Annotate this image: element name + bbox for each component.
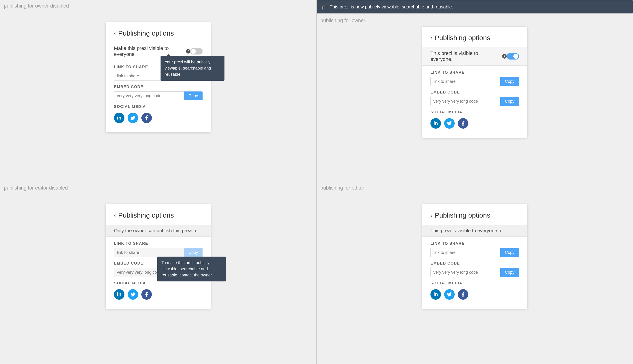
facebook-icon-tl[interactable] xyxy=(141,113,152,123)
toggle-row-top-right: This prezi is visible to everyone. i xyxy=(422,47,527,66)
panel-wrapper-top-left: ‹ Publishing options Make this prezi vis… xyxy=(4,4,313,182)
link-input-tr[interactable] xyxy=(431,77,500,86)
copy-link-btn-tr[interactable]: Copy xyxy=(500,77,519,86)
tooltip-top-left: Your prezi will be publicly viewable, se… xyxy=(160,56,225,81)
back-arrow-bottom-left[interactable]: ‹ xyxy=(114,212,116,219)
tooltip-bottom-left: To make this prezi publicly viewable, se… xyxy=(157,256,226,282)
copy-link-btn-br[interactable]: Copy xyxy=(500,248,519,257)
link-section-label-br: LINK TO SHARE xyxy=(431,241,519,246)
embed-input-row-tr: Copy xyxy=(431,97,519,106)
social-section-label-bl: SOCIAL MEDIA xyxy=(114,281,202,286)
linkedin-icon-br[interactable]: in xyxy=(431,289,441,300)
toggle-knob-top-left xyxy=(191,49,196,54)
flag-icon: 🏴 xyxy=(321,4,327,10)
only-owner-text: Only the owner can publish this prezi. i xyxy=(114,228,202,233)
copy-embed-btn-tr[interactable]: Copy xyxy=(500,97,519,106)
back-arrow-top-left[interactable]: ‹ xyxy=(114,30,116,37)
embed-input-tl[interactable] xyxy=(114,92,184,100)
facebook-icon-bl[interactable] xyxy=(141,289,152,300)
social-icons-br: in xyxy=(431,289,519,300)
panel-wrapper-top-right: ‹ Publishing options This prezi is visib… xyxy=(320,4,629,182)
quadrant-label-top-right: publishing for owner xyxy=(320,18,365,24)
social-section-label-tr: SOCIAL MEDIA xyxy=(431,110,519,114)
toggle-label-top-left: Make this prezi visible to everyone i xyxy=(114,46,190,57)
panel-wrapper-bottom-right: ‹ Publishing options This prezi is visib… xyxy=(320,186,629,364)
link-section-label-tr: LINK TO SHARE xyxy=(431,70,519,75)
back-arrow-top-right[interactable]: ‹ xyxy=(431,34,433,42)
quadrant-bottom-right: publishing for editor ‹ Publishing optio… xyxy=(316,182,633,364)
info-icon-bottom-right[interactable]: i xyxy=(500,228,501,233)
embed-section-label-tl: EMBED CODE xyxy=(114,84,202,89)
editor-visible-row: This prezi is visible to everyone. i xyxy=(422,225,527,237)
panel-bottom-left: ‹ Publishing options Only the owner can … xyxy=(106,204,211,309)
linkedin-icon-tl[interactable]: in xyxy=(114,113,124,123)
panel-top-right: ‹ Publishing options This prezi is visib… xyxy=(422,27,527,138)
toggle-switch-top-left[interactable] xyxy=(190,48,202,54)
panel-bottom-right: ‹ Publishing options This prezi is visib… xyxy=(422,204,527,309)
embed-input-br[interactable] xyxy=(431,268,500,277)
linkedin-icon-tr[interactable]: in xyxy=(431,118,441,129)
twitter-icon-br[interactable] xyxy=(444,289,455,300)
embed-section-label-tr: EMBED CODE xyxy=(431,90,519,95)
quadrant-label-top-left: publishing for owner disabled xyxy=(4,3,69,9)
facebook-icon-br[interactable] xyxy=(458,289,468,300)
info-icon-bottom-left[interactable]: i xyxy=(195,228,196,233)
info-icon-top-left[interactable]: i xyxy=(186,49,190,54)
link-section-label-bl: LINK TO SHARE xyxy=(114,241,202,246)
quadrant-bottom-left: publishing for editor disabled ‹ Publish… xyxy=(0,182,316,364)
info-icon-top-right[interactable]: i xyxy=(502,54,507,58)
twitter-icon-bl[interactable] xyxy=(128,289,138,300)
back-arrow-bottom-right[interactable]: ‹ xyxy=(431,212,433,219)
embed-input-tr[interactable] xyxy=(431,97,500,106)
only-owner-row: Only the owner can publish this prezi. i xyxy=(106,225,211,237)
copy-embed-btn-br[interactable]: Copy xyxy=(500,268,519,277)
embed-section-label-br: EMBED CODE xyxy=(431,261,519,266)
facebook-icon-tr[interactable] xyxy=(458,118,468,129)
toggle-switch-top-right[interactable] xyxy=(507,53,519,60)
social-icons-tr: in xyxy=(431,118,519,129)
copy-embed-btn-tl[interactable]: Copy xyxy=(184,92,202,100)
link-input-row-bl: Copy xyxy=(114,248,202,257)
social-section-label-br: SOCIAL MEDIA xyxy=(431,281,519,286)
social-icons-bl: in xyxy=(114,289,202,300)
twitter-icon-tl[interactable] xyxy=(128,113,138,123)
link-input-br[interactable] xyxy=(431,248,500,257)
twitter-icon-tr[interactable] xyxy=(444,118,455,129)
editor-visible-text: This prezi is visible to everyone. i xyxy=(431,228,519,233)
embed-input-row-br: Copy xyxy=(431,268,519,277)
toggle-knob-top-right xyxy=(513,54,518,59)
link-input-row-tr: Copy xyxy=(431,77,519,86)
link-input-row-br: Copy xyxy=(431,248,519,257)
panel-title-text-top-left: Publishing options xyxy=(118,30,174,37)
panel-title-bottom-right: ‹ Publishing options xyxy=(431,212,519,219)
panel-title-bottom-left: ‹ Publishing options xyxy=(114,212,202,219)
panel-title-top-left: ‹ Publishing options xyxy=(114,30,202,37)
social-section-label-tl: SOCIAL MEDIA xyxy=(114,104,202,109)
linkedin-icon-bl[interactable]: in xyxy=(114,289,124,300)
toggle-label-top-right: This prezi is visible to everyone. i xyxy=(431,50,507,62)
copy-link-btn-bl[interactable]: Copy xyxy=(184,248,202,257)
panel-wrapper-bottom-left: ‹ Publishing options Only the owner can … xyxy=(4,186,313,364)
link-input-bl[interactable] xyxy=(114,248,184,257)
social-icons-tl: in xyxy=(114,113,202,123)
quadrant-top-right: 🏴 This prezi is now publicly viewable, s… xyxy=(316,0,633,182)
embed-input-row-tl: Copy xyxy=(114,92,202,100)
panel-top-left: ‹ Publishing options Make this prezi vis… xyxy=(106,22,211,132)
quadrant-label-bottom-right: publishing for editor xyxy=(320,185,364,191)
publish-banner: 🏴 This prezi is now publicly viewable, s… xyxy=(317,0,633,14)
quadrant-top-left: publishing for owner disabled ‹ Publishi… xyxy=(0,0,316,182)
quadrant-label-bottom-left: publishing for editor disabled xyxy=(4,185,68,191)
panel-title-top-right: ‹ Publishing options xyxy=(431,34,519,42)
